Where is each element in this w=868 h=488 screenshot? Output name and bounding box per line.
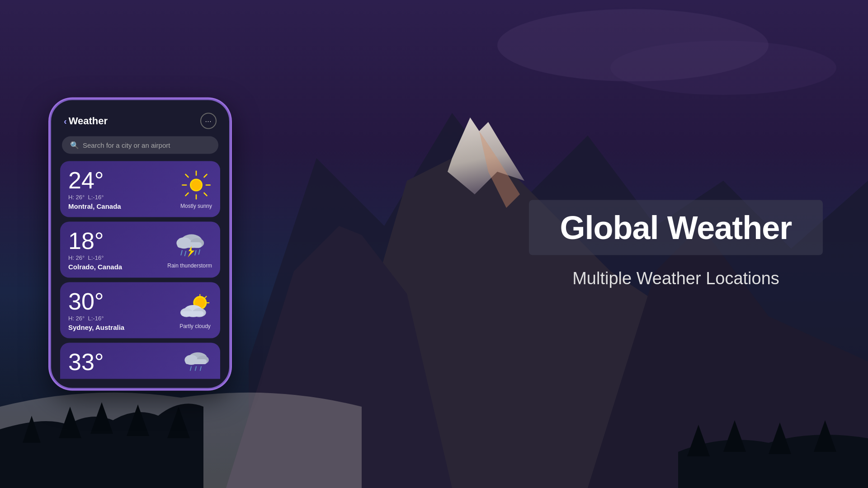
temp-details-sydney: H: 26° L:-16° xyxy=(68,315,178,322)
phone-frame: ‹ Weather ··· 🔍 Search for a city or an … xyxy=(50,99,231,389)
desc-sydney: Partly cloudy xyxy=(179,323,211,329)
card-right-montreal: Mostly sunny xyxy=(180,169,212,209)
temp-details-montreal: H: 26° L:-16° xyxy=(68,194,180,201)
svg-line-8 xyxy=(204,193,207,196)
temp-colorado: 18° xyxy=(68,229,167,253)
desc-montreal: Mostly sunny xyxy=(180,203,212,209)
phone-header: ‹ Weather ··· xyxy=(58,109,222,136)
sunny-icon xyxy=(180,169,212,201)
location-montreal: Montral, Canada xyxy=(68,202,180,210)
right-content: Global Weather Multiple Weather Location… xyxy=(529,200,823,288)
card-left-montreal: 24° H: 26° L:-16° Montral, Canada xyxy=(68,169,180,210)
svg-rect-33 xyxy=(185,359,207,364)
card-right-partial xyxy=(180,350,212,375)
svg-line-19 xyxy=(195,250,196,255)
search-placeholder: Search for a city or an airport xyxy=(83,141,170,149)
weather-card-colorado[interactable]: 18° H: 26° L:-16° Colrado, Canada xyxy=(60,222,220,278)
svg-line-34 xyxy=(190,366,191,371)
card-right-colorado: Rain thunderstorm xyxy=(167,231,212,268)
back-chevron-icon: ‹ xyxy=(64,116,67,126)
back-button[interactable]: ‹ Weather xyxy=(64,115,108,127)
weather-card-sydney[interactable]: 30° H: 26° L:-16° Sydney, Australia xyxy=(60,282,220,338)
svg-line-36 xyxy=(200,366,201,371)
search-icon: 🔍 xyxy=(70,141,79,150)
svg-line-18 xyxy=(185,251,186,256)
card-left-sydney: 30° H: 26° L:-16° Sydney, Australia xyxy=(68,290,178,331)
svg-rect-29 xyxy=(181,311,204,316)
card-left-partial: 33° xyxy=(68,350,180,374)
location-sydney: Sydney, Australia xyxy=(68,324,178,331)
temp-sydney: 30° xyxy=(68,290,178,313)
location-colorado: Colrado, Canada xyxy=(68,263,167,271)
temp-montreal: 24° xyxy=(68,169,180,192)
subtitle: Multiple Weather Locations xyxy=(529,269,823,288)
svg-point-12 xyxy=(191,180,202,190)
svg-line-35 xyxy=(195,366,196,371)
svg-line-25 xyxy=(205,296,206,297)
main-title: Global Weather xyxy=(547,209,805,246)
header-title: Weather xyxy=(69,115,108,127)
svg-line-9 xyxy=(204,174,207,177)
temp-partial: 33° xyxy=(68,350,180,374)
phone-mockup: ‹ Weather ··· 🔍 Search for a city or an … xyxy=(50,99,231,389)
svg-line-7 xyxy=(185,174,188,177)
more-options-button[interactable]: ··· xyxy=(200,113,217,129)
svg-line-20 xyxy=(199,249,200,254)
svg-line-10 xyxy=(185,193,188,196)
weather-card-partial[interactable]: 33° xyxy=(60,343,220,379)
card-left-colorado: 18° H: 26° L:-16° Colrado, Canada xyxy=(68,229,167,271)
svg-rect-16 xyxy=(177,242,202,248)
desc-colorado: Rain thunderstorm xyxy=(167,262,212,268)
rain-partial-icon xyxy=(180,350,212,375)
partly-cloudy-icon xyxy=(178,291,212,321)
search-bar[interactable]: 🔍 Search for a city or an airport xyxy=(62,136,218,154)
weather-card-montreal[interactable]: 24° H: 26° L:-16° Montral, Canada xyxy=(60,161,220,217)
rain-thunderstorm-icon xyxy=(173,231,207,260)
weather-cards-list: 24° H: 26° L:-16° Montral, Canada xyxy=(58,161,222,379)
more-icon: ··· xyxy=(205,117,212,125)
svg-line-17 xyxy=(181,250,182,255)
card-right-sydney: Partly cloudy xyxy=(178,291,212,329)
temp-details-colorado: H: 26° L:-16° xyxy=(68,254,167,261)
title-box: Global Weather xyxy=(529,200,823,255)
